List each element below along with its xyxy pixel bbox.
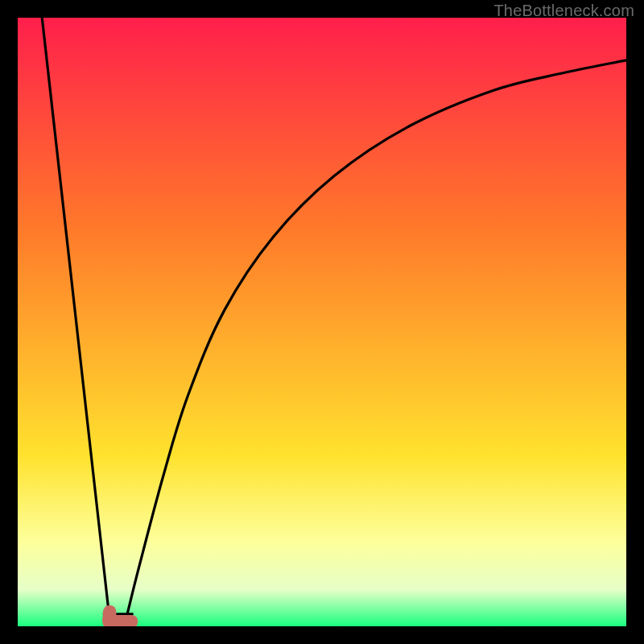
gradient-bg bbox=[18, 18, 626, 626]
chart-frame: TheBottleneck.com bbox=[0, 0, 644, 644]
chart-plot bbox=[18, 18, 626, 626]
